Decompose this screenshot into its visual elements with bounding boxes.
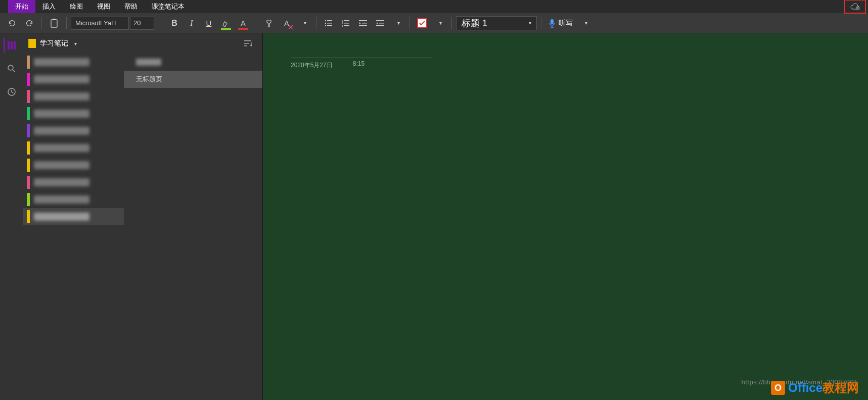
section-color-tab [27, 210, 30, 223]
section-item[interactable] [23, 88, 124, 105]
section-label-blurred [34, 75, 89, 83]
separator [541, 17, 541, 29]
section-color-tab [27, 141, 30, 155]
chevron-down-icon: ▾ [529, 20, 531, 26]
redo-button[interactable] [21, 15, 37, 31]
svg-rect-1 [51, 20, 57, 27]
sort-pages-button[interactable] [244, 40, 252, 47]
underline-button[interactable]: U [201, 15, 217, 31]
menu-bar: 开始 插入 绘图 视图 帮助 课堂笔记本 [0, 0, 868, 13]
bullet-list-button[interactable] [321, 15, 337, 31]
section-item[interactable] [23, 191, 124, 208]
italic-button[interactable]: I [184, 15, 200, 31]
menu-start[interactable]: 开始 [8, 0, 35, 13]
style-label: 标题 1 [462, 17, 487, 29]
format-painter-button[interactable] [261, 15, 278, 31]
recent-nav-icon[interactable] [5, 85, 19, 99]
undo-button[interactable] [4, 15, 20, 31]
svg-rect-23 [11, 41, 13, 49]
microphone-icon [549, 19, 556, 28]
page-item[interactable]: 无标题页 [124, 71, 262, 88]
section-item[interactable] [23, 208, 124, 225]
heading-style-select[interactable]: 标题 1▾ [456, 16, 537, 30]
separator [409, 17, 410, 29]
section-label-blurred [34, 161, 89, 169]
section-color-tab [27, 90, 30, 103]
svg-rect-12 [344, 23, 349, 24]
section-label-blurred [34, 110, 89, 118]
section-label-blurred [34, 213, 89, 221]
section-item[interactable] [23, 105, 124, 122]
separator [66, 17, 67, 29]
section-color-tab [27, 193, 30, 206]
pages-header [124, 33, 262, 54]
svg-point-3 [325, 20, 326, 21]
indent-button[interactable] [372, 15, 388, 31]
section-color-tab [27, 124, 30, 137]
menu-help[interactable]: 帮助 [117, 0, 145, 13]
section-color-tab [27, 159, 30, 172]
section-label-blurred [34, 127, 89, 135]
separator [451, 17, 452, 29]
tag-dropdown[interactable]: ▾ [431, 15, 447, 31]
section-label-blurred [34, 58, 89, 66]
svg-point-7 [325, 25, 326, 26]
search-nav-icon[interactable] [5, 62, 19, 76]
section-color-tab [27, 107, 30, 120]
svg-rect-4 [327, 20, 332, 21]
svg-rect-14 [344, 25, 349, 26]
section-label-blurred [34, 144, 89, 152]
menu-view[interactable]: 视图 [90, 0, 117, 13]
page-label-blurred [136, 59, 161, 66]
notebook-selector[interactable]: 学习笔记 ▾ [23, 33, 124, 54]
notebook-name: 学习笔记 [40, 39, 68, 48]
svg-rect-28 [244, 43, 249, 44]
section-color-tab [27, 73, 30, 86]
font-size-select[interactable]: 20 [130, 17, 154, 30]
page-content[interactable]: 2020年5月27日 8:15 https://blog.csdn.net/si… [263, 33, 868, 400]
page-date: 2020年5月27日 [291, 61, 333, 70]
numbered-list-button[interactable]: 123 [338, 15, 354, 31]
section-color-tab [27, 176, 30, 189]
notebook-icon [28, 39, 36, 48]
menu-draw[interactable]: 绘图 [63, 0, 90, 13]
svg-rect-29 [244, 45, 247, 46]
toolbar: Microsoft YaH 20 B I U A A ▾ 123 ▾ ▾ 标题 … [0, 13, 868, 33]
section-item[interactable] [23, 54, 124, 71]
section-item[interactable] [23, 122, 124, 139]
left-rail [0, 33, 23, 400]
svg-rect-2 [53, 19, 56, 20]
sections-panel: 学习笔记 ▾ [23, 33, 124, 400]
section-item[interactable] [23, 157, 124, 174]
svg-rect-16 [362, 23, 367, 24]
more-paragraph-dropdown[interactable]: ▾ [389, 15, 405, 31]
outdent-button[interactable] [355, 15, 371, 31]
menu-classnotebook[interactable]: 课堂笔记本 [145, 0, 192, 13]
svg-text:3: 3 [342, 24, 343, 27]
page-title-area[interactable]: 2020年5月27日 8:15 [291, 58, 448, 70]
font-color-button[interactable]: A [235, 15, 251, 31]
bold-button[interactable]: B [166, 15, 182, 31]
more-font-dropdown[interactable]: ▾ [296, 15, 312, 31]
page-item[interactable] [124, 54, 262, 71]
svg-rect-24 [14, 41, 16, 49]
clear-format-button[interactable]: A [279, 15, 295, 31]
page-date-time: 2020年5月27日 8:15 [291, 61, 448, 70]
clipboard-button[interactable] [46, 15, 62, 31]
font-name-select[interactable]: Microsoft YaH [71, 17, 129, 30]
sync-status-highlighted[interactable] [844, 0, 866, 14]
main-area: 学习笔记 ▾ 无标题页 2020年5月27日 8:15 https://blog… [0, 33, 868, 400]
section-item[interactable] [23, 139, 124, 157]
dictate-button[interactable]: 听写 [545, 19, 576, 28]
dictate-dropdown[interactable]: ▾ [577, 15, 593, 31]
svg-rect-15 [359, 20, 367, 21]
menu-insert[interactable]: 插入 [35, 0, 63, 13]
section-item[interactable] [23, 71, 124, 88]
notebooks-nav-icon[interactable] [4, 38, 18, 53]
svg-rect-6 [327, 23, 332, 24]
section-item[interactable] [23, 174, 124, 191]
highlight-button[interactable] [218, 15, 234, 31]
watermark-logo: O Office教程网 [771, 380, 859, 396]
tag-button[interactable] [414, 15, 430, 31]
page-list: 无标题页 [124, 54, 262, 88]
